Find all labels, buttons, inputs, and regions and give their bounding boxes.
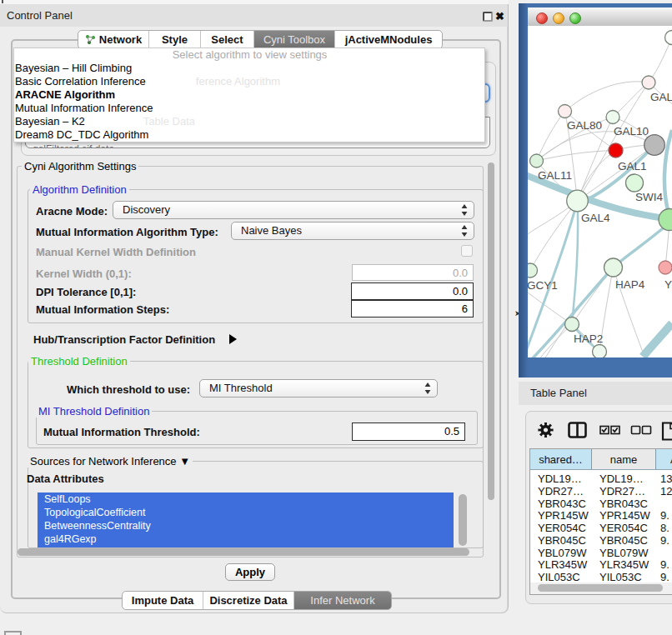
svg-text:GAL1: GAL1 xyxy=(618,160,647,172)
svg-text:GAL: GAL xyxy=(650,91,672,103)
svg-text:GAL11: GAL11 xyxy=(538,169,572,182)
svg-text:SWI4: SWI4 xyxy=(635,191,663,203)
svg-text:GCY1: GCY1 xyxy=(528,279,558,292)
svg-text:Y: Y xyxy=(664,278,672,291)
svg-text:GAL4: GAL4 xyxy=(581,212,610,224)
svg-text:HAP4: HAP4 xyxy=(615,278,645,291)
svg-text:GAL80: GAL80 xyxy=(567,119,602,132)
svg-text:GAL10: GAL10 xyxy=(614,125,649,138)
svg-text:HAP2: HAP2 xyxy=(574,332,603,345)
